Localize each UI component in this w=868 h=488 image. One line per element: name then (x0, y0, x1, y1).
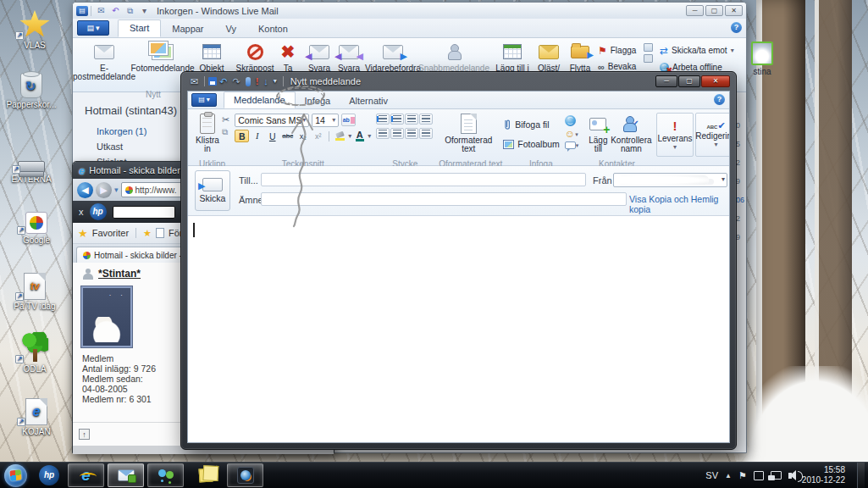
taskbar-windows-live-mail[interactable] (108, 463, 144, 487)
flag-button[interactable]: Flagga (596, 43, 644, 58)
qat-reply-icon[interactable] (110, 6, 121, 16)
toolbar-search-input[interactable] (113, 206, 175, 219)
subject-input[interactable] (261, 192, 627, 206)
maximize-button[interactable]: ▢ (705, 5, 723, 16)
delivery-button[interactable]: ! Leverans (656, 113, 693, 157)
qat-save-icon[interactable] (208, 77, 217, 86)
tab-start[interactable]: Start (118, 19, 161, 37)
italic-button[interactable]: I (250, 130, 264, 142)
compose-help-icon[interactable]: ? (714, 94, 725, 105)
tab-konton[interactable]: Konton (247, 21, 299, 37)
close-button[interactable]: ✕ (725, 5, 743, 16)
taskbar-media-player[interactable] (227, 463, 263, 487)
volume-icon[interactable] (788, 473, 792, 479)
desktop-icon-odla[interactable]: ODLA (7, 332, 63, 374)
delete-button[interactable]: Ta (276, 40, 300, 73)
align-right-button[interactable] (405, 128, 418, 139)
reply-all-button[interactable]: Svara (334, 40, 364, 73)
font-size-combo[interactable]: 14 (312, 114, 339, 127)
show-desktop-button[interactable] (857, 463, 865, 488)
move-button[interactable]: Flytta (564, 40, 596, 73)
tab-meddelande[interactable]: Meddelande (224, 92, 296, 108)
add-to-button[interactable]: Lägg till i (491, 40, 534, 73)
subscript-button[interactable]: x₂ (296, 130, 310, 142)
check-names-button[interactable]: Kontrollera namn (612, 112, 650, 153)
favorites-button[interactable]: Favoriter (92, 228, 129, 238)
qat-customize-icon[interactable] (274, 78, 277, 85)
show-cc-bcc-link[interactable]: Visa Kopia och Hemlig kopia (629, 194, 729, 214)
qat-customize-icon[interactable] (139, 6, 150, 16)
desktop-icon-externa[interactable]: EXTERNA (3, 142, 59, 184)
qat-undo-icon[interactable] (219, 77, 227, 86)
qat-priority-low-icon[interactable] (263, 77, 268, 86)
photo-album-button[interactable]: Fotoalbum (503, 136, 560, 152)
hyperlink-globe-icon[interactable] (565, 115, 576, 126)
highlight-button[interactable] (333, 130, 347, 142)
send-button[interactable]: Skicka (195, 170, 230, 211)
from-combo[interactable] (613, 173, 727, 187)
plain-text-button[interactable]: Oformaterad text (439, 112, 498, 153)
object-button[interactable]: Objekt (195, 40, 229, 73)
bullet-list-button[interactable] (390, 114, 404, 125)
account-photo-button[interactable]: stina (746, 40, 778, 76)
start-button[interactable] (4, 464, 27, 487)
qat-send-icon[interactable] (191, 77, 198, 86)
toolbar-close-button[interactable]: x (79, 207, 84, 217)
hp-logo[interactable]: hp (90, 203, 107, 220)
strikethrough-button[interactable]: abc (280, 130, 295, 142)
paste-button[interactable]: Klistra in (193, 112, 222, 153)
junk-button[interactable]: Skräppost (234, 40, 276, 73)
instant-message-button[interactable]: Snabbmeddelande (422, 40, 486, 73)
compose-close-button[interactable]: ✕ (701, 75, 730, 87)
tab-mappar[interactable]: Mappar (161, 21, 214, 37)
justify-button[interactable] (419, 128, 433, 139)
font-name-combo[interactable]: Comic Sans MS (235, 114, 309, 127)
desktop-icon-kojan[interactable]: e KOJAN (8, 395, 64, 436)
taskbar-sticky-notes[interactable] (187, 463, 224, 487)
bold-button[interactable]: B (235, 130, 249, 142)
desktop-icon-google[interactable]: Google (8, 203, 64, 245)
windows-update-icon[interactable] (754, 471, 764, 480)
editing-button[interactable]: ABC Redigering (695, 113, 730, 157)
clock[interactable]: 15:58 2010-12-22 (802, 465, 850, 485)
taskbar-internet-explorer[interactable]: e (68, 463, 104, 487)
increase-indent-button[interactable] (419, 114, 433, 125)
add-favorite-icon[interactable] (143, 228, 152, 239)
highlight-dropdown[interactable] (348, 133, 351, 140)
emoticon-icon[interactable] (565, 129, 575, 139)
qat-redo-icon[interactable] (232, 77, 240, 86)
network-icon[interactable] (771, 471, 782, 480)
to-input[interactable] (261, 173, 586, 186)
back-button[interactable] (77, 182, 93, 198)
tab-vy[interactable]: Vy (215, 21, 247, 37)
help-icon[interactable]: ? (731, 22, 742, 33)
taskbar-messenger[interactable] (147, 463, 184, 487)
align-center-button[interactable] (390, 128, 404, 139)
desktop-icon-vlas[interactable]: VLAS (7, 8, 63, 50)
superscript-button[interactable]: x² (311, 130, 325, 142)
taskbar-hp-icon[interactable]: hp (39, 465, 59, 485)
to-label[interactable]: Till... (239, 175, 258, 186)
mini-copy-icon[interactable] (644, 54, 653, 63)
desktop-icon-recycle-bin[interactable]: Papperskor... (3, 68, 59, 109)
action-center-icon[interactable] (738, 471, 747, 480)
new-email-button[interactable]: E-postmeddelande (78, 40, 130, 81)
mini-page-icon[interactable] (644, 43, 653, 52)
language-indicator[interactable]: SV (705, 470, 718, 480)
recent-pages-icon[interactable] (114, 186, 119, 194)
qat-attach-icon[interactable] (246, 77, 251, 86)
forward-button[interactable]: Vidarebefordra (364, 40, 422, 73)
unread-button[interactable]: Oläst/ (534, 40, 564, 73)
app-menu-button[interactable] (77, 20, 109, 36)
font-color-button[interactable]: A (352, 130, 367, 142)
desktop-icon-pa-tv-idag[interactable]: tv På TV idag (7, 269, 63, 311)
minimize-button[interactable]: ─ (686, 5, 704, 16)
copy-icon[interactable] (222, 128, 229, 136)
show-hidden-icons[interactable]: ▲ (725, 472, 732, 480)
send-receive-button[interactable]: Skicka/ta emot (658, 43, 746, 58)
decrease-indent-button[interactable] (405, 114, 418, 125)
speech-bubble-icon[interactable] (565, 141, 576, 149)
underline-button[interactable]: U (265, 130, 279, 142)
clear-format-button[interactable]: ab (341, 114, 356, 126)
qat-copy-icon[interactable] (124, 6, 135, 16)
